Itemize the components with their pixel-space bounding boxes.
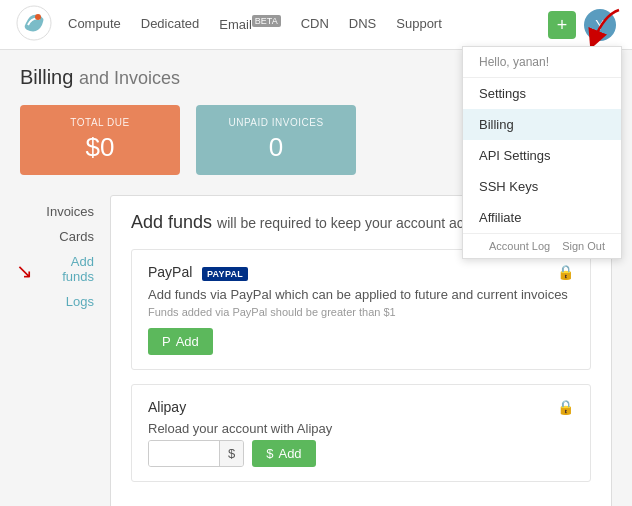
- avatar[interactable]: Y: [584, 9, 616, 41]
- paypal-btn-label: Add: [176, 334, 199, 349]
- dropdown-footer: Account Log Sign Out: [463, 233, 621, 258]
- paypal-btn-icon: P: [162, 334, 171, 349]
- paypal-lock-icon: 🔒: [557, 264, 574, 280]
- alipay-header: Alipay 🔒: [148, 399, 574, 415]
- alipay-name: Alipay: [148, 399, 186, 415]
- paypal-section: PayPal PAYPAL 🔒 Add funds via PayPal whi…: [131, 249, 591, 370]
- nav-support[interactable]: Support: [396, 16, 442, 32]
- alipay-btn-label: Add: [278, 446, 301, 461]
- sidebar: Invoices Cards ↘ Add funds Logs: [20, 195, 110, 506]
- paypal-header: PayPal PAYPAL 🔒: [148, 264, 574, 281]
- dropdown-item-settings[interactable]: Settings: [463, 78, 621, 109]
- sidebar-logs[interactable]: Logs: [20, 289, 110, 314]
- sidebar-invoices[interactable]: Invoices: [20, 199, 110, 224]
- nav-links: Compute Dedicated EmailBETA CDN DNS Supp…: [68, 16, 548, 32]
- logo[interactable]: [16, 5, 68, 44]
- nav-compute[interactable]: Compute: [68, 16, 121, 32]
- nav-dns[interactable]: DNS: [349, 16, 376, 32]
- paypal-title: PayPal PAYPAL: [148, 264, 248, 281]
- dropdown-item-affiliate[interactable]: Affiliate: [463, 202, 621, 233]
- stat-total-due-label: TOTAL DUE: [70, 117, 129, 128]
- paypal-add-button[interactable]: P Add: [148, 328, 213, 355]
- alipay-amount-wrap: $: [148, 440, 244, 467]
- alipay-btn-icon: $: [266, 446, 273, 461]
- alipay-add-button[interactable]: $ Add: [252, 440, 315, 467]
- dropdown-item-api-settings[interactable]: API Settings: [463, 140, 621, 171]
- paypal-note: Funds added via PayPal should be greater…: [148, 306, 574, 318]
- dropdown-item-ssh-keys[interactable]: SSH Keys: [463, 171, 621, 202]
- nav-email[interactable]: EmailBETA: [219, 16, 280, 32]
- sidebar-add-funds[interactable]: Add funds: [37, 249, 94, 289]
- sidebar-cards[interactable]: Cards: [20, 224, 110, 249]
- stat-total-due: TOTAL DUE $0: [20, 105, 180, 175]
- stat-unpaid-value: 0: [269, 132, 283, 163]
- add-button[interactable]: +: [548, 11, 576, 39]
- dropdown-greeting: Hello, yanan!: [463, 47, 621, 78]
- stat-total-due-value: $0: [86, 132, 115, 163]
- paypal-name: PayPal: [148, 264, 192, 280]
- dropdown-item-billing[interactable]: Billing: [463, 109, 621, 140]
- stat-unpaid-invoices: UNPAID INVOICES 0: [196, 105, 356, 175]
- nav-dedicated[interactable]: Dedicated: [141, 16, 200, 32]
- paypal-badge: PAYPAL: [202, 267, 248, 281]
- account-log-link[interactable]: Account Log: [489, 240, 550, 252]
- svg-point-1: [35, 14, 41, 20]
- navbar: Compute Dedicated EmailBETA CDN DNS Supp…: [0, 0, 632, 50]
- email-beta-badge: BETA: [252, 15, 281, 27]
- alipay-lock-icon: 🔒: [557, 399, 574, 415]
- alipay-dollar-suffix: $: [219, 441, 243, 466]
- sign-out-link[interactable]: Sign Out: [562, 240, 605, 252]
- nav-cdn[interactable]: CDN: [301, 16, 329, 32]
- alipay-input-row: $ $ Add: [148, 440, 574, 467]
- alipay-section: Alipay 🔒 Reload your account with Alipay…: [131, 384, 591, 482]
- paypal-desc: Add funds via PayPal which can be applie…: [148, 287, 574, 302]
- alipay-amount-input[interactable]: [149, 441, 219, 466]
- stat-unpaid-label: UNPAID INVOICES: [228, 117, 323, 128]
- alipay-desc: Reload your account with Alipay: [148, 421, 574, 436]
- nav-right: + Y: [548, 9, 616, 41]
- dropdown-menu: Hello, yanan! Settings Billing API Setti…: [462, 46, 622, 259]
- sidebar-arrow: ↘: [16, 259, 33, 283]
